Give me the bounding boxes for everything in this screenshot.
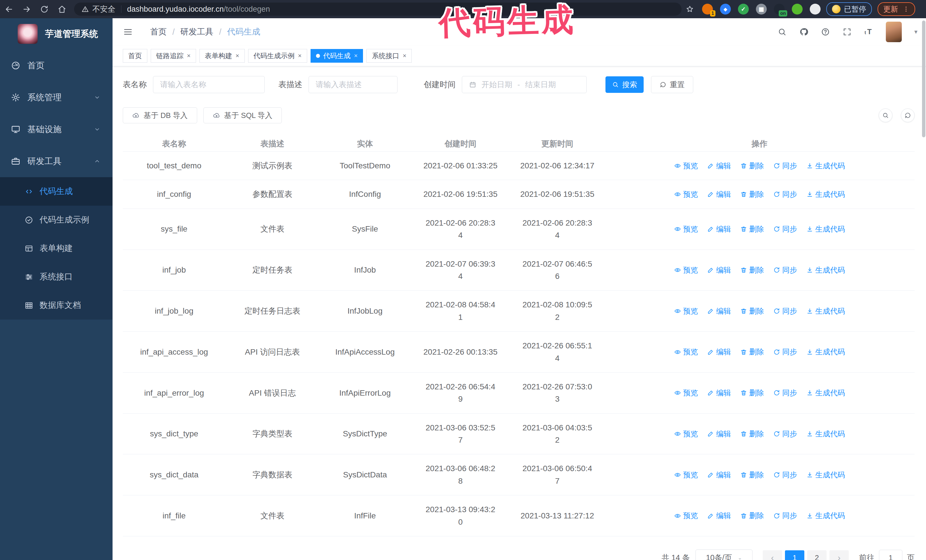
table-desc-input[interactable]: 请输入表描述 [309, 76, 398, 93]
refresh-icon[interactable] [901, 109, 915, 122]
generate-code-link[interactable]: 生成代码 [806, 510, 845, 521]
forward-icon[interactable] [18, 1, 35, 17]
delete-link[interactable]: 删除 [740, 346, 764, 358]
delete-link[interactable]: 删除 [740, 160, 764, 172]
sidebar-subitem[interactable]: 数据库文档 [0, 291, 112, 320]
sidebar-item[interactable]: 研发工具 [0, 145, 112, 177]
close-icon[interactable]: × [298, 52, 302, 60]
preview-link[interactable]: 预览 [674, 346, 698, 358]
address-bar[interactable]: 不安全 dashboard.yudao.iocoder.cn/tool/code… [74, 3, 682, 16]
delete-link[interactable]: 删除 [740, 387, 764, 398]
bookmark-star-icon[interactable] [682, 1, 698, 17]
edit-link[interactable]: 编辑 [707, 428, 731, 439]
sync-link[interactable]: 同步 [773, 510, 797, 521]
generate-code-link[interactable]: 生成代码 [806, 346, 845, 358]
generate-code-link[interactable]: 生成代码 [806, 387, 845, 398]
delete-link[interactable]: 删除 [740, 428, 764, 439]
preview-link[interactable]: 预览 [674, 189, 698, 200]
preview-link[interactable]: 预览 [674, 469, 698, 480]
preview-link[interactable]: 预览 [674, 160, 698, 172]
edit-link[interactable]: 编辑 [707, 305, 731, 317]
profile-paused-pill[interactable]: 已暂停 [826, 2, 872, 16]
page-number-button[interactable]: 2 [807, 550, 826, 560]
help-icon[interactable] [821, 27, 830, 36]
fullscreen-icon[interactable] [843, 27, 852, 36]
sync-link[interactable]: 同步 [773, 346, 797, 358]
generate-code-link[interactable]: 生成代码 [806, 469, 845, 480]
search-button[interactable]: 搜索 [605, 76, 644, 93]
sidebar-logo[interactable]: 芋道管理系统 [0, 18, 112, 50]
delete-link[interactable]: 删除 [740, 264, 764, 276]
generate-code-link[interactable]: 生成代码 [806, 305, 845, 317]
sync-link[interactable]: 同步 [773, 264, 797, 276]
delete-link[interactable]: 删除 [740, 510, 764, 521]
generate-code-link[interactable]: 生成代码 [806, 160, 845, 172]
db-import-button[interactable]: 基于 DB 导入 [123, 107, 197, 123]
edit-link[interactable]: 编辑 [707, 189, 731, 200]
delete-link[interactable]: 删除 [740, 223, 764, 235]
preview-link[interactable]: 预览 [674, 387, 698, 398]
delete-link[interactable]: 删除 [740, 305, 764, 317]
sql-import-button[interactable]: 基于 SQL 导入 [203, 107, 282, 123]
hamburger-icon[interactable] [123, 27, 133, 37]
preview-link[interactable]: 预览 [674, 264, 698, 276]
tab[interactable]: 系统接口× [366, 49, 412, 63]
sync-link[interactable]: 同步 [773, 189, 797, 200]
sidebar-subitem[interactable]: 表单构建 [0, 234, 112, 263]
page-number-button[interactable]: 1 [785, 550, 804, 560]
tab[interactable]: 首页 [123, 49, 147, 63]
edit-link[interactable]: 编辑 [707, 223, 731, 235]
edit-link[interactable]: 编辑 [707, 387, 731, 398]
scrollbar-thumb[interactable] [922, 21, 925, 137]
sidebar-subitem[interactable]: 代码生成 [0, 177, 112, 206]
date-range-picker[interactable]: 开始日期 - 结束日期 [462, 76, 587, 93]
preview-link[interactable]: 预览 [674, 305, 698, 317]
edit-link[interactable]: 编辑 [707, 510, 731, 521]
goto-page-input[interactable]: 1 [879, 550, 902, 560]
generate-code-link[interactable]: 生成代码 [806, 189, 845, 200]
close-icon[interactable]: × [187, 52, 191, 60]
tab[interactable]: 链路追踪× [151, 49, 196, 63]
font-size-icon[interactable]: tT [864, 27, 873, 36]
caret-down-icon[interactable]: ▾ [914, 28, 917, 36]
close-icon[interactable]: × [402, 52, 406, 60]
preview-link[interactable]: 预览 [674, 428, 698, 439]
reset-button[interactable]: 重置 [651, 76, 693, 93]
update-button[interactable]: 更新 [878, 2, 915, 16]
avatar[interactable] [886, 22, 902, 42]
back-icon[interactable] [0, 1, 18, 17]
page-size-select[interactable]: 10条/页 ⌄ [696, 549, 752, 560]
edit-link[interactable]: 编辑 [707, 264, 731, 276]
sidebar-item[interactable]: 基础设施 [0, 113, 112, 145]
next-page-button[interactable]: › [829, 550, 849, 560]
delete-link[interactable]: 删除 [740, 469, 764, 480]
extension-orange-icon[interactable]: 1 [702, 4, 713, 15]
generate-code-link[interactable]: 生成代码 [806, 264, 845, 276]
edit-link[interactable]: 编辑 [707, 469, 731, 480]
preview-link[interactable]: 预览 [674, 510, 698, 521]
sync-link[interactable]: 同步 [773, 223, 797, 235]
sidebar-subitem[interactable]: 代码生成示例 [0, 206, 112, 234]
edit-link[interactable]: 编辑 [707, 346, 731, 358]
home-icon[interactable] [53, 1, 71, 17]
search-icon[interactable] [778, 27, 787, 36]
preview-link[interactable]: 预览 [674, 223, 698, 235]
github-icon[interactable] [799, 27, 808, 36]
breadcrumb-item[interactable]: 首页 [150, 26, 167, 38]
table-name-input[interactable]: 请输入表名称 [153, 76, 265, 93]
sync-link[interactable]: 同步 [773, 160, 797, 172]
extension-puzzle-icon[interactable] [810, 4, 820, 15]
more-vertical-icon[interactable] [903, 6, 909, 12]
sync-link[interactable]: 同步 [773, 469, 797, 480]
generate-code-link[interactable]: 生成代码 [806, 428, 845, 439]
extension-on-icon[interactable]: on [774, 4, 785, 15]
sidebar-item[interactable]: 首页 [0, 50, 112, 82]
extension-gem-icon[interactable]: ◆ [720, 4, 731, 15]
reload-icon[interactable] [35, 1, 53, 17]
extension-grid-icon[interactable]: ▦ [756, 4, 767, 15]
delete-link[interactable]: 删除 [740, 189, 764, 200]
sidebar-subitem[interactable]: 系统接口 [0, 263, 112, 291]
tab[interactable]: 代码生成示例× [248, 49, 307, 63]
sync-link[interactable]: 同步 [773, 305, 797, 317]
tab[interactable]: 表单构建× [200, 49, 245, 63]
